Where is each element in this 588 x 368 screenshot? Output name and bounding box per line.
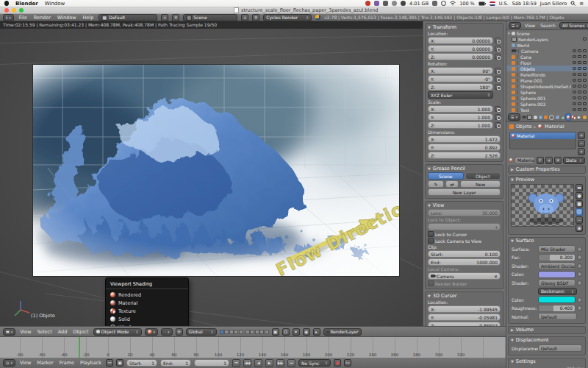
layout-delete-button[interactable]: ✕ [172, 14, 179, 21]
preview-monkey-button[interactable]: ☺ [576, 208, 583, 216]
lock-rotation-z-icon[interactable] [495, 84, 501, 90]
shading-option-rendered[interactable]: Rendered [106, 291, 188, 299]
layers-widget[interactable] [220, 330, 269, 334]
location-z-field[interactable]: Z:0.00000 [428, 53, 493, 60]
rotation-y-field[interactable]: Y:-0° [428, 75, 493, 82]
visibility-toggle[interactable] [573, 85, 576, 88]
selectability-toggle[interactable] [578, 67, 581, 70]
jump-to-end-button[interactable]: ⏭ [287, 359, 295, 367]
settings-panel-header[interactable]: ▼Settings [509, 358, 585, 365]
screen-layout-selector[interactable]: ▦Default [98, 14, 157, 21]
grease-pencil-new-button[interactable]: New [460, 180, 501, 188]
current-frame-field[interactable]: 1 [194, 359, 229, 367]
view3d-menu-object[interactable]: Object [71, 329, 90, 335]
menubar-window-menu[interactable]: Window [45, 1, 65, 7]
shading-option-texture[interactable]: Texture [106, 307, 188, 315]
socket-icon[interactable] [577, 263, 582, 269]
auto-keyframe-record-button[interactable]: ● [334, 359, 341, 367]
lock-scale-z-icon[interactable] [495, 122, 501, 128]
dimension-x-field[interactable]: X:1.472 [428, 135, 501, 143]
menubar-app-name[interactable]: Blender [15, 1, 38, 7]
selectability-toggle[interactable] [578, 96, 581, 99]
outliner-row-scene[interactable]: ▾Scene [506, 30, 588, 36]
socket-icon[interactable] [577, 272, 582, 277]
menu-file[interactable]: File [18, 15, 29, 21]
tab-scene[interactable] [534, 114, 538, 120]
lock-location-x-icon[interactable] [495, 38, 501, 43]
outliner-row-renderlayers[interactable]: RenderLayers [506, 36, 588, 42]
visibility-toggle[interactable] [573, 79, 576, 82]
notification-center-icon[interactable]: ≡ [579, 1, 584, 7]
apple-menu-icon[interactable] [4, 1, 9, 6]
selectability-toggle[interactable] [578, 108, 581, 111]
timeline-track[interactable]: -80 -60 -40 -20 0 20 40 60 80 100 120 14… [0, 337, 506, 358]
close-window-button[interactable] [4, 8, 9, 13]
lock-scale-x-icon[interactable] [495, 106, 501, 112]
selectability-toggle[interactable] [578, 102, 581, 105]
tab-object[interactable] [544, 114, 548, 120]
ao-color-swatch[interactable] [538, 271, 576, 278]
memory-status[interactable]: 4.01 GB [409, 1, 429, 7]
visibility-toggle[interactable] [573, 91, 576, 93]
custom-properties-header[interactable]: ▶Custom Properties [509, 166, 585, 173]
outliner-row-floor[interactable]: Floor [506, 60, 588, 66]
outliner-row-sphere002[interactable]: Sphere.002 [506, 101, 588, 107]
tab-object-data[interactable]: ▲ [561, 114, 565, 120]
preview-world-sphere-button[interactable]: ◉ [576, 224, 583, 232]
location-y-field[interactable]: Y:0.00000 [428, 45, 493, 52]
fake-user-button[interactable]: F [537, 157, 544, 164]
active-renderlayer-field[interactable]: RenderLayer [323, 328, 362, 336]
next-keyframe-button[interactable]: ▶▶ [276, 359, 284, 367]
grease-pencil-scene-tab[interactable]: Scene [428, 172, 464, 180]
menu-window[interactable]: Window [56, 15, 78, 21]
visibility-toggle[interactable] [573, 73, 576, 76]
material-slot-specials-button[interactable]: ▾ [578, 148, 585, 155]
render-opengl-anim-button[interactable]: ▸ [313, 328, 320, 336]
timeline-menu-marker[interactable]: Marker [35, 360, 54, 366]
material-link-selector[interactable]: Data⇕ [563, 157, 585, 164]
location-x-field[interactable]: X:0.00000 [428, 37, 493, 44]
view3d-editor-selector[interactable]: ⬒▾ [3, 328, 15, 336]
render-toggle[interactable] [583, 102, 587, 105]
outliner-search-menu[interactable]: Search [539, 23, 557, 28]
clip-end-field[interactable]: End:1000.000 [428, 258, 501, 266]
snap-toggle-magnet-icon[interactable]: Ω [282, 328, 290, 336]
tab-modifiers[interactable] [556, 114, 560, 120]
frame-end-field[interactable]: End:1 [160, 359, 191, 367]
input-language[interactable]: U.S. [499, 1, 509, 7]
preview-hair-button[interactable]: ~ [576, 216, 583, 224]
breadcrumb-object-name[interactable]: Objeto [516, 124, 532, 130]
selectability-toggle[interactable] [578, 49, 581, 52]
material-slot-remove-button[interactable]: − [578, 140, 585, 147]
material-name-field[interactable]: Material [514, 157, 535, 164]
scale-y-field[interactable]: Y:1.000 [428, 113, 493, 121]
outliner-row-shapeindexedlineset[interactable]: ShapeIndexedLineSet.001 [506, 83, 588, 89]
visibility-toggle[interactable] [573, 67, 576, 70]
displacement-panel-header[interactable]: ▼Displacement [509, 337, 585, 344]
mode-selector[interactable]: Object Mode⇕ [93, 328, 142, 336]
render-opengl-button[interactable]: ◉ [303, 328, 310, 336]
view-panel-header[interactable]: ▼View [426, 202, 503, 208]
render-toggle[interactable] [583, 67, 587, 70]
outliner-view-menu[interactable]: View [523, 23, 537, 28]
frame-start-field[interactable]: Start:1 [126, 359, 157, 367]
visibility-toggle[interactable] [573, 102, 576, 105]
selectability-toggle[interactable] [578, 55, 581, 58]
display-icon[interactable] [383, 1, 388, 6]
battery-percent[interactable]: 100 % [459, 1, 475, 7]
scene-add-button[interactable]: + [241, 14, 248, 21]
selectability-toggle[interactable] [578, 85, 581, 88]
local-camera-field[interactable]: Camera✕ [428, 272, 501, 280]
outliner-row-world[interactable]: World [506, 42, 588, 48]
grease-pencil-object-tab[interactable]: Object [465, 172, 501, 180]
input-language-flag-icon[interactable] [490, 1, 495, 6]
user-name[interactable]: Juan Sillero [540, 1, 567, 7]
render-toggle[interactable] [583, 85, 587, 88]
normal-selector[interactable]: Default [538, 313, 577, 320]
outliner-row-plane001[interactable]: Plane.001 [506, 77, 588, 83]
clock-icon[interactable] [441, 1, 446, 6]
socket-icon[interactable] [577, 280, 582, 286]
lock-time-toggle[interactable]: ▣ [116, 359, 123, 367]
rotation-z-field[interactable]: Z:180° [428, 83, 493, 91]
render-toggle[interactable] [583, 108, 587, 111]
